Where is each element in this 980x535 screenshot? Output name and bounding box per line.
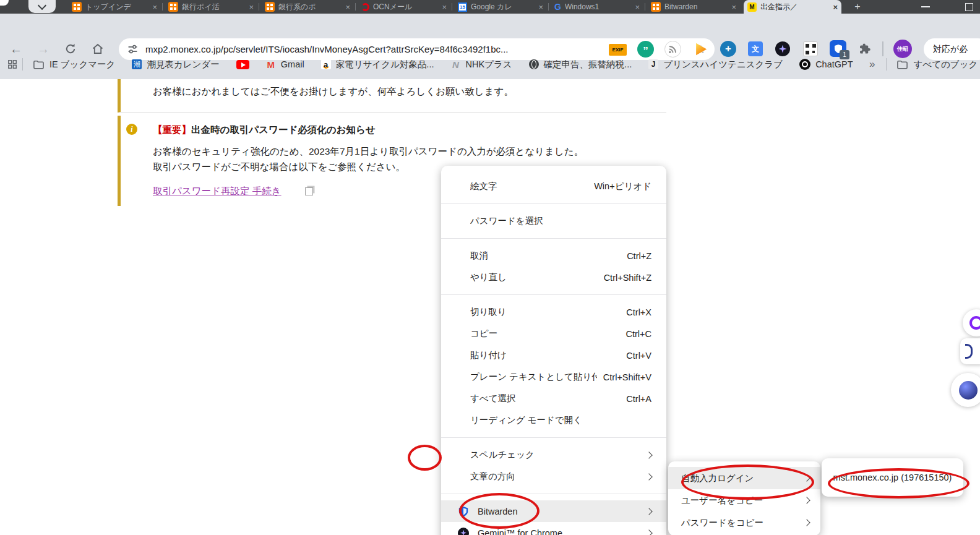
menu-item-text-direction[interactable]: 文章の方向 [441, 466, 666, 487]
bookmark-nhk[interactable]: N NHKプラス [450, 59, 512, 71]
bookmark-tax[interactable]: 確定申告、振替納税... [529, 59, 632, 71]
menu-item-spellcheck[interactable]: スペルチェック [441, 444, 666, 466]
window-corner [0, 0, 9, 6]
menu-separator [441, 203, 666, 204]
notice2-line2: 取引パスワードがご不明な場合は以下をご参照ください。 [153, 161, 405, 174]
folder-icon [33, 59, 45, 71]
globe-icon [529, 59, 539, 69]
tab-close-icon[interactable]: × [833, 2, 838, 12]
menu-item-cut[interactable]: 切り取りCtrl+X [441, 301, 666, 323]
password-reset-link[interactable]: 取引パスワード再設定 手続き [153, 185, 282, 198]
bookmark-chatgpt[interactable]: ChatGPT [799, 59, 853, 70]
orange-favicon [72, 2, 82, 12]
orb-icon [959, 381, 978, 400]
bookmarks-overflow-chevron[interactable]: » [869, 58, 875, 71]
assistant-ring-icon [969, 316, 980, 330]
new-tab-button[interactable]: + [851, 1, 864, 13]
bookmarks-bar: IE ブックマーク 潮 潮見表カレンダー M Gmail a 家電リサイクル対象… [0, 49, 980, 79]
bookmark-shiomi[interactable]: 潮 潮見表カレンダー [132, 59, 219, 71]
menu-separator [441, 294, 666, 295]
menu-item-select-all[interactable]: すべて選択Ctrl+A [441, 388, 666, 409]
amazon-icon: a [321, 59, 331, 69]
orange-favicon [168, 2, 178, 12]
submenu-chevron-icon [645, 529, 652, 535]
submenu-chevron-icon [803, 497, 810, 503]
tab-1[interactable]: トップインデ × [68, 0, 161, 14]
chevron-down-icon [38, 1, 46, 9]
chatgpt-icon [799, 59, 810, 70]
submenu-chevron-icon [645, 473, 652, 480]
submenu-item-copy-password[interactable]: パスワードをコピー [668, 511, 820, 534]
orange-favicon [265, 2, 275, 12]
submenu-chevron-icon [803, 519, 810, 526]
google-favicon: G [554, 2, 561, 12]
youtube-icon [236, 60, 249, 69]
menu-item-paste[interactable]: 貼り付けCtrl+V [441, 345, 666, 366]
annotation-circle-bitwarden [459, 493, 539, 529]
annotation-circle-password-field [408, 445, 442, 471]
maximize-button[interactable] [965, 3, 973, 11]
submenu-chevron-icon [645, 508, 652, 515]
j-icon: J [648, 59, 658, 69]
menu-item-redo[interactable]: やり直しCtrl+Shift+Z [441, 267, 666, 288]
tab-close-icon[interactable]: × [345, 2, 350, 12]
menu-item-reading-mode[interactable]: リーディング モードで開く [441, 409, 666, 431]
tab-2[interactable]: 銀行ポイ活 × [165, 0, 257, 14]
menu-item-select-password[interactable]: パスワードを選択 [441, 210, 666, 232]
tool-glyph-icon [965, 344, 973, 359]
notice-box-1: お客様におかれましてはご不便をお掛けしますが、何卒よろしくお願い致します。 [118, 79, 666, 113]
annotation-circle-autofill [681, 464, 814, 500]
bookmark-tennis[interactable]: J プリンスハイツテニスクラブ [648, 59, 783, 71]
submenu-chevron-icon [645, 452, 652, 458]
tab-close-icon[interactable]: × [731, 2, 736, 12]
nhk-icon: N [450, 59, 460, 69]
notice1-text: お客様におかれましてはご不便をお掛けしますが、何卒よろしくお願い致します。 [153, 85, 514, 98]
gemini-icon [458, 528, 469, 535]
tab-groups-icon[interactable] [7, 59, 17, 69]
tab-close-icon[interactable]: × [538, 2, 543, 12]
notice2-line1: お客様のセキュリティ強化のため、2023年7月1日より取引パスワードの入力が必須… [153, 145, 583, 158]
external-link-icon [305, 187, 313, 195]
floating-gemini-button[interactable] [951, 373, 980, 407]
info-icon: i [126, 124, 137, 135]
menu-separator [441, 437, 666, 438]
annotation-circle-credential [828, 468, 969, 499]
floating-tool-button[interactable] [960, 338, 980, 364]
tab-6[interactable]: G Windows1 × [551, 0, 643, 14]
notice2-title: 【重要】出金時の取引パスワード必須化のお知らせ [153, 124, 376, 137]
monex-favicon: M [747, 2, 757, 12]
tab-4[interactable]: OCNメール × [358, 0, 450, 14]
all-bookmarks-button[interactable]: すべてのブック [896, 59, 978, 71]
tab-close-icon[interactable]: × [635, 2, 640, 12]
folder-icon [896, 59, 908, 71]
google-calendar-favicon: 15 [458, 2, 467, 12]
tab-3[interactable]: 銀行系のポ × [261, 0, 354, 14]
menu-separator [441, 238, 666, 239]
menu-item-copy[interactable]: コピーCtrl+C [441, 323, 666, 345]
tab-close-icon[interactable]: × [249, 2, 254, 12]
tab-search-button[interactable] [28, 0, 56, 13]
context-menu: 絵文字Win+ピリオド パスワードを選択 取消Ctrl+Z やり直しCtrl+S… [441, 166, 666, 535]
shio-icon: 潮 [132, 59, 142, 69]
tab-strip: トップインデ × 銀行ポイ活 × 銀行系のポ × OCNメール × 15 Goo… [0, 0, 980, 14]
menu-item-emoji[interactable]: 絵文字Win+ピリオド [441, 176, 666, 197]
gmail-icon: M [266, 59, 276, 69]
tab-active[interactable]: M 出金指示／ × [744, 0, 841, 14]
bookmark-ie-folder[interactable]: IE ブックマーク [33, 59, 115, 71]
tab-7[interactable]: Bitwarden × [647, 0, 740, 14]
minimize-button[interactable] [921, 6, 930, 7]
menu-separator [441, 494, 666, 494]
menu-item-paste-plain[interactable]: プレーン テキストとして貼り付けるCtrl+Shift+V [441, 366, 666, 388]
ocn-favicon [361, 3, 369, 11]
orange-favicon [651, 2, 661, 12]
bookmark-amazon[interactable]: a 家電リサイクル対象品... [321, 59, 434, 71]
tab-5[interactable]: 15 Google カレ × [454, 0, 547, 14]
bookmark-youtube[interactable] [236, 60, 249, 69]
tab-close-icon[interactable]: × [152, 2, 157, 12]
tab-close-icon[interactable]: × [442, 2, 447, 12]
menu-item-undo[interactable]: 取消Ctrl+Z [441, 245, 666, 267]
bookmark-gmail[interactable]: M Gmail [266, 59, 304, 69]
